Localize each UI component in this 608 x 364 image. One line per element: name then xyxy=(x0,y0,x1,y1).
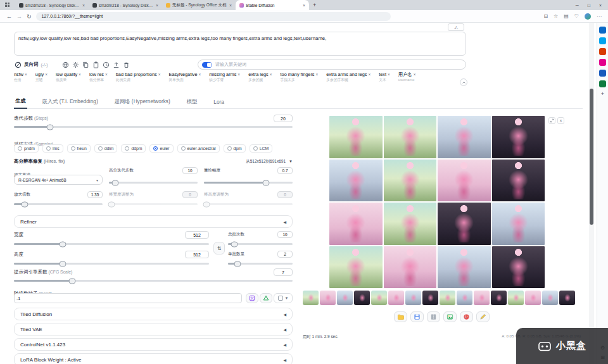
save-image-button[interactable] xyxy=(410,311,424,322)
hires-fix-header[interactable]: 高分辨率修复 (Hires. fix) 从512x512到691x691 ▼ xyxy=(14,158,293,165)
result-image-grid[interactable] xyxy=(329,116,545,288)
gallery-thumbnail[interactable] xyxy=(354,291,370,305)
resize-width-input[interactable]: 0 xyxy=(182,191,198,198)
upload-icon[interactable] xyxy=(112,61,120,68)
sampler-option-lcm[interactable]: LCM xyxy=(250,144,272,153)
steps-input[interactable]: 20 xyxy=(274,115,293,122)
tag-chip[interactable]: text×文本 xyxy=(379,72,390,82)
open-folder-button[interactable] xyxy=(394,311,407,322)
accordion-refiner[interactable]: Refiner◀ xyxy=(14,215,293,228)
batch-count-slider[interactable] xyxy=(228,243,293,245)
settings-icon[interactable] xyxy=(72,61,79,68)
sampler-option-euler-selected[interactable]: euler xyxy=(149,144,173,153)
delete-icon[interactable] xyxy=(122,61,130,68)
tab-embedding[interactable]: 嵌入式 (T.I. Embedding) xyxy=(41,96,99,108)
batch-size-slider[interactable] xyxy=(228,263,293,265)
upscaler-dropdown[interactable]: R-ESRGAN 4x+ Anime6B▾ xyxy=(14,175,103,185)
tag-close-icon[interactable]: × xyxy=(414,72,416,77)
seed-input[interactable]: -1 xyxy=(14,293,242,303)
height-input[interactable]: 512 xyxy=(185,251,209,258)
tab-checkpoints[interactable]: 模型 xyxy=(186,96,199,108)
tag-close-icon[interactable]: × xyxy=(105,72,108,77)
tag-close-icon[interactable]: × xyxy=(25,72,27,77)
reuse-seed-button[interactable] xyxy=(260,293,272,303)
sidebar-games-icon[interactable] xyxy=(599,59,606,66)
close-icon[interactable]: × xyxy=(599,3,602,8)
denoising-input[interactable]: 0.7 xyxy=(277,167,293,174)
tab-close-icon[interactable]: × xyxy=(82,3,85,8)
send-to-inpaint-button[interactable] xyxy=(460,311,473,322)
more-menu-icon[interactable]: ⋯ xyxy=(597,13,602,19)
accordion-lora-block-weight[interactable]: LoRA Block Weight : Active◀ xyxy=(14,353,293,364)
gallery-thumbnail[interactable] xyxy=(559,291,575,305)
gallery-thumbnail[interactable] xyxy=(320,291,336,305)
refresh-icon[interactable]: ↻ xyxy=(27,13,32,20)
auto-translate-toggle[interactable] xyxy=(202,62,212,68)
history-icon[interactable] xyxy=(102,61,110,68)
resize-height-slider[interactable] xyxy=(204,203,293,205)
tag-chip[interactable]: low quality×低质量 xyxy=(56,72,81,82)
gallery-thumbnail[interactable] xyxy=(457,291,472,305)
gallery-thumbnail[interactable] xyxy=(440,291,455,305)
forward-icon[interactable]: → xyxy=(16,13,22,20)
browser-essentials-icon[interactable]: ♡ xyxy=(574,13,579,19)
tag-close-icon[interactable]: × xyxy=(199,72,201,77)
resize-height-input[interactable]: 0 xyxy=(277,191,293,198)
sidebar-excel-icon[interactable] xyxy=(599,80,606,87)
gallery-thumbnail[interactable] xyxy=(337,291,353,305)
tag-chip[interactable]: bad bad proportions×比例失调 xyxy=(116,72,161,82)
gallery-thumbnail[interactable] xyxy=(508,291,524,305)
tab-lora[interactable]: Lora xyxy=(212,96,225,108)
tab-close-icon[interactable]: × xyxy=(156,3,158,8)
collections-icon[interactable]: ▤ xyxy=(564,13,569,19)
tag-close-icon[interactable]: × xyxy=(270,72,272,77)
width-input[interactable]: 512 xyxy=(185,231,209,239)
browser-tab-4-active[interactable]: Stable Diffusion× xyxy=(236,0,309,10)
sidebar-add-icon[interactable]: + xyxy=(601,91,604,97)
minimize-icon[interactable]: ─ xyxy=(576,3,579,8)
sampler-option-dpm[interactable]: dpm xyxy=(224,144,246,153)
seed-extra-checkbox[interactable] xyxy=(278,296,283,301)
sidebar-search-icon[interactable] xyxy=(599,27,606,34)
gallery-thumbnail[interactable] xyxy=(371,291,387,305)
tab-close-icon[interactable]: × xyxy=(229,3,232,8)
steps-slider[interactable] xyxy=(14,126,293,128)
tag-chip[interactable]: ugly×丑陋 xyxy=(35,72,48,82)
profile-avatar[interactable] xyxy=(585,13,591,20)
accordion-controlnet[interactable]: ControlNet v1.1.423◀ xyxy=(14,338,293,351)
tag-chip[interactable]: extra arms and legs×多余的手和腿 xyxy=(326,72,370,82)
gallery-thumbnail[interactable] xyxy=(525,291,541,305)
workspaces-icon[interactable] xyxy=(5,3,10,8)
gallery-thumbnail[interactable] xyxy=(491,291,507,305)
fullscreen-icon[interactable] xyxy=(548,117,555,124)
tag-chip[interactable]: nsfw×色情 xyxy=(14,72,27,82)
sampler-option-euler-ancestral[interactable]: euler-ancestral xyxy=(177,144,220,153)
close-gallery-icon[interactable]: × xyxy=(557,117,564,124)
upscale-by-slider[interactable] xyxy=(14,203,103,205)
new-keyword-input[interactable]: 请输入新关键词 xyxy=(215,61,246,68)
width-slider[interactable] xyxy=(14,243,209,245)
copy-icon[interactable] xyxy=(82,61,89,68)
tag-chip[interactable]: 用户名×username xyxy=(398,72,416,82)
negative-prompt-textarea[interactable]: nsfw,ugly,low quality,low res,bad bad pr… xyxy=(14,32,466,56)
translate-icon[interactable] xyxy=(61,61,69,68)
tag-close-icon[interactable]: × xyxy=(316,72,319,77)
split-screen-icon[interactable]: ⊟ xyxy=(543,13,548,19)
sidebar-copilot-icon[interactable] xyxy=(599,37,606,44)
tag-chip[interactable]: EasyNegative×简单负面 xyxy=(169,72,201,82)
seed-extra-group[interactable]: ▼ xyxy=(274,293,293,303)
gallery-thumbnail[interactable] xyxy=(422,291,438,305)
accordion-tiled-vae[interactable]: Tiled VAE◀ xyxy=(14,323,293,336)
collapse-tags-button[interactable] xyxy=(460,78,467,86)
tag-chip[interactable]: extra legs×多余的腿 xyxy=(248,72,272,82)
address-input[interactable]: 127.0.0.1:7860/?__theme=light xyxy=(36,12,391,21)
sampler-option-heun[interactable]: heun xyxy=(67,144,91,153)
back-icon[interactable]: ← xyxy=(6,13,12,20)
hires-steps-input[interactable]: 10 xyxy=(182,167,198,174)
new-tab-button[interactable]: + xyxy=(313,2,316,8)
batch-count-input[interactable]: 10 xyxy=(277,231,293,238)
gallery-thumbnail[interactable] xyxy=(542,291,558,305)
accordion-tiled-diffusion[interactable]: Tiled Diffusion◀ xyxy=(14,308,293,320)
tab-close-icon[interactable]: × xyxy=(303,3,305,8)
send-to-img2img-button[interactable] xyxy=(443,311,457,322)
